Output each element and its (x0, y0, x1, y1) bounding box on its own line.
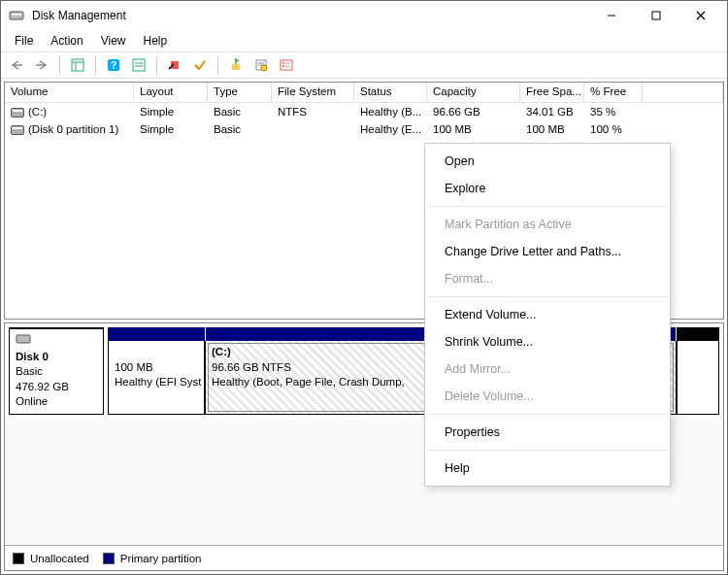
svg-point-20 (261, 65, 267, 71)
maximize-button[interactable] (634, 1, 678, 30)
cell-type: Basic (208, 122, 272, 136)
column-headers: Volume Layout Type File System Status Ca… (5, 83, 723, 103)
properties-button[interactable] (249, 54, 273, 76)
separator (156, 56, 157, 74)
ctx-mark-active: Mark Partition as Active (425, 211, 670, 238)
check-icon[interactable] (188, 54, 212, 76)
window-title: Disk Management (32, 9, 589, 22)
cell-layout: Simple (134, 105, 208, 118)
drive-icon (11, 125, 24, 135)
forward-button[interactable] (30, 54, 53, 76)
window-controls (589, 1, 723, 30)
legend-primary: Primary partition (120, 553, 202, 564)
show-hide-tree-button[interactable] (66, 54, 89, 76)
col-status[interactable]: Status (354, 83, 427, 103)
cell-cap: 96.66 GB (427, 105, 520, 118)
ctx-explore[interactable]: Explore (425, 175, 670, 202)
swatch-primary (103, 553, 115, 564)
cell-status: Healthy (E... (354, 122, 427, 136)
ctx-add-mirror: Add Mirror... (425, 355, 670, 383)
ctx-help[interactable]: Help (425, 455, 670, 482)
col-spare (643, 83, 723, 103)
menu-view[interactable]: View (93, 34, 134, 48)
ctx-properties[interactable]: Properties (425, 419, 670, 446)
disk-size: 476.92 GB (16, 381, 69, 392)
volume-row[interactable]: (C:) Simple Basic NTFS Healthy (B... 96.… (5, 103, 723, 120)
svg-rect-16 (232, 64, 240, 70)
menu-action[interactable]: Action (43, 34, 90, 48)
separator (426, 450, 669, 451)
context-menu: Open Explore Mark Partition as Active Ch… (424, 143, 671, 487)
rescan-button[interactable] (224, 54, 248, 76)
svg-point-22 (282, 62, 284, 64)
svg-rect-11 (133, 59, 145, 71)
titlebar: Disk Management (1, 1, 727, 30)
volume-row[interactable]: (Disk 0 partition 1) Simple Basic Health… (5, 120, 723, 138)
cell-fs (272, 128, 354, 130)
col-capacity[interactable]: Capacity (427, 83, 520, 103)
disk-management-window: Disk Management File Action View Help ? … (0, 0, 728, 575)
back-button[interactable] (5, 54, 28, 76)
svg-rect-0 (10, 12, 23, 19)
col-type[interactable]: Type (208, 83, 272, 103)
cell-layout: Simple (134, 122, 208, 136)
legend-unallocated: Unallocated (30, 553, 89, 564)
separator (95, 56, 96, 74)
svg-text:?: ? (111, 60, 116, 71)
ctx-shrink[interactable]: Shrink Volume... (425, 328, 670, 355)
settings-button[interactable] (127, 54, 150, 76)
drive-icon (11, 108, 24, 118)
separator (426, 296, 669, 297)
disk-type: Basic (16, 365, 43, 377)
bar-primary (108, 327, 205, 341)
cell-free: 34.01 GB (520, 105, 584, 118)
cell-pct: 100 % (584, 122, 643, 136)
col-pct[interactable]: % Free (584, 83, 643, 103)
col-filesystem[interactable]: File System (272, 83, 354, 103)
disk-label: Disk 0 (16, 351, 49, 362)
refresh-button[interactable] (163, 54, 186, 76)
disk-info[interactable]: Disk 0 Basic 476.92 GB Online (9, 327, 104, 415)
col-layout[interactable]: Layout (134, 83, 208, 103)
partition-unallocated[interactable] (677, 341, 719, 415)
part-status: Healthy (EFI Syst (115, 376, 201, 388)
legend: Unallocated Primary partition (5, 545, 723, 570)
svg-point-23 (282, 65, 284, 67)
col-free[interactable]: Free Spa... (520, 83, 584, 103)
app-icon (9, 8, 24, 23)
svg-rect-1 (12, 14, 21, 16)
partition-efi[interactable]: 100 MB Healthy (EFI Syst (108, 341, 205, 415)
bar-unallocated (677, 327, 719, 341)
separator (426, 414, 669, 415)
disk-state: Online (16, 395, 48, 407)
ctx-open[interactable]: Open (425, 148, 670, 175)
swatch-unallocated (13, 553, 24, 564)
separator (426, 206, 669, 207)
part-title: (C:) (212, 346, 231, 357)
part-size: 96.66 GB NTFS (212, 361, 291, 373)
svg-rect-26 (17, 335, 30, 343)
ctx-change-letter[interactable]: Change Drive Letter and Paths... (425, 238, 670, 265)
svg-rect-6 (72, 59, 83, 71)
separator (217, 56, 218, 74)
cell-type: Basic (208, 105, 272, 118)
close-button[interactable] (678, 1, 723, 30)
disk-icon (16, 333, 31, 345)
part-size: 100 MB (115, 361, 153, 373)
cell-cap: 100 MB (427, 122, 520, 136)
cell-status: Healthy (B... (354, 105, 427, 118)
svg-rect-3 (652, 12, 660, 19)
minimize-button[interactable] (589, 1, 634, 30)
ctx-extend[interactable]: Extend Volume... (425, 301, 670, 328)
volume-name: (Disk 0 partition 1) (28, 123, 118, 135)
cell-pct: 35 % (584, 105, 643, 118)
cell-free: 100 MB (520, 122, 584, 136)
toolbar: ? (1, 51, 727, 79)
col-volume[interactable]: Volume (5, 83, 134, 103)
menu-file[interactable]: File (7, 34, 41, 48)
ctx-delete: Delete Volume... (425, 383, 670, 410)
help-button[interactable]: ? (102, 54, 125, 76)
cell-fs: NTFS (272, 105, 354, 118)
list-button[interactable] (275, 54, 298, 76)
menu-help[interactable]: Help (136, 34, 176, 48)
